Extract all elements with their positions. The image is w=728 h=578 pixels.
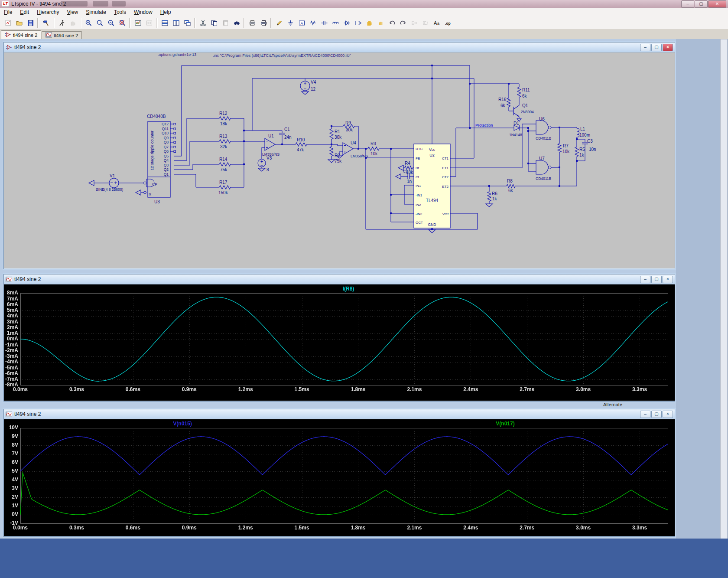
- schematic-label[interactable]: R17: [219, 180, 228, 185]
- schematic-label[interactable]: FB: [416, 157, 420, 160]
- schematic-label[interactable]: U1: [268, 134, 274, 138]
- plot-settings-button[interactable]: [132, 17, 143, 28]
- schematic-label[interactable]: CT2: [442, 175, 449, 179]
- schematic-label[interactable]: 1k: [492, 196, 497, 201]
- schematic-label[interactable]: V1: [110, 173, 115, 178]
- redo-button[interactable]: [397, 17, 409, 28]
- schematic-label[interactable]: ET1: [442, 166, 448, 170]
- wave1-titlebar[interactable]: tl494 sine 2 – ▢ ×: [4, 274, 675, 284]
- schematic-label[interactable]: 100m: [579, 133, 590, 137]
- schematic-label[interactable]: CD4040B: [147, 114, 166, 119]
- schematic-label[interactable]: Protection: [475, 123, 493, 127]
- schematic-label[interactable]: R9: [345, 121, 351, 125]
- schematic-label[interactable]: Q4: [164, 158, 169, 163]
- schematic-label[interactable]: 10k: [562, 149, 570, 154]
- move-button[interactable]: [364, 17, 375, 28]
- minimize-button[interactable]: –: [640, 44, 650, 51]
- schematic-label[interactable]: Vcc: [429, 147, 436, 152]
- print-preview-button[interactable]: [247, 17, 258, 28]
- menu-item-tools[interactable]: Tools: [110, 8, 130, 16]
- maximize-button[interactable]: ▢: [651, 411, 662, 418]
- place-inductor-button[interactable]: [330, 17, 341, 28]
- place-component-button[interactable]: [352, 17, 364, 28]
- schematic-label[interactable]: CP: [152, 182, 157, 186]
- menu-item-simulate[interactable]: Simulate: [82, 8, 110, 16]
- schematic-label[interactable]: 24n: [284, 135, 292, 140]
- schematic-label[interactable]: IN1: [416, 184, 421, 188]
- copy-button[interactable]: [208, 17, 220, 28]
- schematic-label[interactable]: C1: [284, 127, 290, 132]
- cut-button[interactable]: [197, 17, 208, 28]
- schematic-label[interactable]: R1: [335, 129, 340, 134]
- place-ground-button[interactable]: [285, 17, 296, 28]
- maximize-button[interactable]: ▢: [695, 0, 708, 8]
- schematic-label[interactable]: .options gshunt=1e-13: [158, 52, 196, 57]
- schematic-label[interactable]: Q1: [164, 172, 169, 176]
- schematic-window-titlebar[interactable]: tl494 sine 2 – ▢ ×: [4, 42, 675, 52]
- schematic-label[interactable]: R10: [297, 137, 305, 142]
- save-button[interactable]: [25, 17, 36, 28]
- menu-item-help[interactable]: Help: [156, 8, 175, 16]
- schematic-label[interactable]: Q2: [164, 167, 169, 172]
- trace-label-vn015[interactable]: V(n015): [173, 421, 192, 427]
- place-capacitor-button[interactable]: [318, 17, 330, 28]
- wave1-plot-canvas[interactable]: [4, 284, 674, 401]
- undo-button[interactable]: [386, 17, 397, 28]
- schematic-label[interactable]: R16: [498, 97, 507, 102]
- schematic-label[interactable]: V4: [311, 80, 316, 85]
- schematic-label[interactable]: R3: [370, 141, 376, 146]
- schematic-label[interactable]: CD4011B: [536, 136, 552, 140]
- drag-button[interactable]: [375, 17, 386, 28]
- schematic-label[interactable]: U6: [539, 117, 545, 121]
- schematic-label[interactable]: U2: [429, 153, 435, 157]
- schematic-label[interactable]: DTC: [416, 147, 423, 151]
- schematic-label[interactable]: 30k: [346, 127, 353, 132]
- zoom-full-extents-button[interactable]: [117, 17, 128, 28]
- schematic-label[interactable]: U7: [539, 156, 545, 161]
- tab-schematic[interactable]: tl494 sine 2: [1, 30, 41, 39]
- schematic-label[interactable]: C3: [587, 139, 593, 144]
- schematic-label[interactable]: 2N3904: [521, 110, 534, 114]
- schematic-label[interactable]: R14: [219, 157, 228, 162]
- schematic-label[interactable]: -IN1: [416, 193, 422, 197]
- schematic-label[interactable]: Q5: [164, 154, 169, 158]
- schematic-label[interactable]: 75k: [220, 167, 228, 172]
- minimize-button[interactable]: –: [640, 411, 650, 418]
- close-button[interactable]: ×: [663, 411, 673, 418]
- minimize-button[interactable]: –: [681, 0, 694, 8]
- zoom-in-button[interactable]: [83, 17, 94, 28]
- schematic-label[interactable]: 30k: [335, 135, 342, 140]
- schematic-label[interactable]: R7: [563, 144, 569, 148]
- schematic-label[interactable]: 10k: [370, 151, 378, 156]
- schematic-label[interactable]: 6k: [508, 188, 514, 193]
- schematic-label[interactable]: 18k: [220, 121, 228, 126]
- schematic-label[interactable]: IN2: [416, 203, 421, 207]
- schematic-canvas[interactable]: .options gshunt=1e-13.inc "C:\Program Fi…: [4, 52, 675, 268]
- find-button[interactable]: [231, 17, 242, 28]
- schematic-label[interactable]: Q7: [164, 145, 169, 149]
- maximize-button[interactable]: ▢: [651, 44, 662, 51]
- schematic-label[interactable]: Q11: [162, 127, 169, 131]
- print-button[interactable]: [258, 17, 269, 28]
- schematic-label[interactable]: 10n: [589, 147, 596, 152]
- wave2-titlebar[interactable]: tl494 sine 2 – ▢ ×: [4, 409, 675, 419]
- schematic-label[interactable]: Vref: [442, 212, 449, 216]
- menu-item-view[interactable]: View: [63, 8, 82, 16]
- schematic-label[interactable]: 1N4148: [509, 133, 522, 137]
- schematic-label[interactable]: R: [149, 192, 151, 196]
- spice-directive-button[interactable]: .op: [442, 17, 454, 28]
- menu-item-window[interactable]: Window: [130, 8, 156, 16]
- schematic-label[interactable]: .inc "C:\Program Files (x86)\LTC\LTspice…: [213, 53, 351, 58]
- close-button[interactable]: ✕: [708, 0, 726, 8]
- schematic-label[interactable]: 8: [266, 167, 269, 172]
- tab-waveform[interactable]: tl494 sine 2: [42, 31, 82, 39]
- new-schematic-button[interactable]: [2, 17, 13, 28]
- schematic-label[interactable]: 1n: [407, 179, 412, 184]
- run-button[interactable]: [56, 17, 67, 28]
- schematic-label[interactable]: R12: [219, 111, 228, 116]
- schematic-label[interactable]: D1: [514, 121, 519, 126]
- schematic-label[interactable]: R13: [219, 134, 228, 139]
- schematic-label[interactable]: Rt: [416, 166, 419, 170]
- schematic-label[interactable]: Q3: [164, 163, 169, 167]
- schematic-label[interactable]: R5: [579, 147, 585, 152]
